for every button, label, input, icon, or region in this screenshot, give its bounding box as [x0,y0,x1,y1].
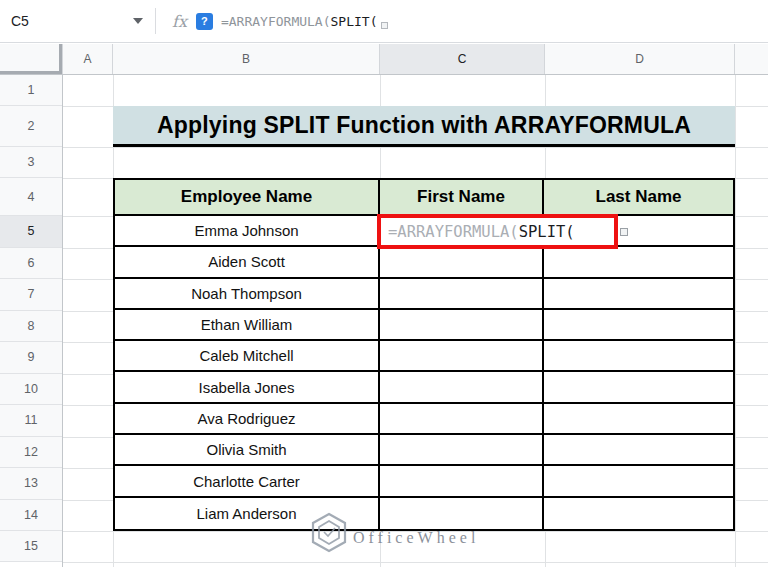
cell-employee-name[interactable]: Emma Johnson [115,216,380,247]
row-header-12[interactable]: 12 [0,437,62,469]
page-title: Applying SPLIT Function with ARRAYFORMUL… [157,112,691,139]
cell-empty[interactable] [380,247,544,278]
cell-empty[interactable] [544,404,733,435]
header-first-name[interactable]: First Name [380,180,544,216]
column-header-d[interactable]: D [545,44,735,74]
text-cursor-icon [381,22,388,29]
watermark: OfficeWheel [309,511,479,555]
row-header-1[interactable]: 1 [0,75,62,106]
cell-empty[interactable] [380,372,544,403]
formula-input[interactable]: =ARRAYFORMULA( SPLIT( [221,14,388,29]
cell-formula-dim-part: =ARRAYFORMULA( [388,223,519,241]
title-banner-cell[interactable]: Applying SPLIT Function with ARRAYFORMUL… [113,106,735,147]
cell-employee-name[interactable]: Ethan William [115,310,380,341]
gridline [63,147,768,148]
column-header-b[interactable]: B [113,44,380,74]
cell-employee-name[interactable]: Aiden Scott [115,247,380,278]
row-header-bar: 1 2 3 4 5 6 7 8 9 10 11 12 13 14 15 [0,75,63,567]
cell-empty[interactable] [380,435,544,466]
cell-employee-name[interactable]: Ava Rodriguez [115,404,380,435]
row-header-9[interactable]: 9 [0,342,62,374]
cell-employee-name[interactable]: Isabella Jones [115,372,380,403]
gridline [735,75,736,567]
cell-empty[interactable] [544,341,733,372]
watermark-text: OfficeWheel [353,529,479,547]
formula-bar-divider [155,8,156,34]
formula-active-part: SPLIT( [331,14,378,29]
cell-empty[interactable] [544,435,733,466]
formula-help-icon[interactable]: ? [196,13,213,30]
cell-empty[interactable] [544,279,733,310]
cell-employee-name[interactable]: Olivia Smith [115,435,380,466]
text-cursor-icon [620,228,628,236]
row-header-4[interactable]: 4 [0,178,62,216]
gridline [63,562,768,563]
row-header-15[interactable]: 15 [0,531,62,562]
cell-empty[interactable] [380,341,544,372]
formula-dim-part: =ARRAYFORMULA( [221,14,331,29]
cell-empty[interactable] [544,466,733,497]
cell-employee-name[interactable]: Charlotte Carter [115,466,380,497]
formula-bar: C5 fx ? =ARRAYFORMULA( SPLIT( [0,0,768,43]
cell-empty[interactable] [380,310,544,341]
row-header-8[interactable]: 8 [0,311,62,343]
cell-empty[interactable] [544,498,733,529]
name-box-dropdown-icon[interactable] [133,18,143,24]
active-cell-reference: C5 [11,13,29,29]
row-header-6[interactable]: 6 [0,248,62,280]
cell-formula-active-part: SPLIT( [519,223,575,241]
cell-empty[interactable] [544,247,733,278]
select-all-corner[interactable] [0,44,63,74]
cell-employee-name[interactable]: Noah Thompson [115,279,380,310]
header-last-name[interactable]: Last Name [544,180,733,216]
cell-empty[interactable] [380,466,544,497]
row-header-13[interactable]: 13 [0,468,62,500]
name-box[interactable]: C5 [0,0,155,42]
header-employee-name[interactable]: Employee Name [115,180,380,216]
column-header-c[interactable]: C [380,44,545,74]
row-header-7[interactable]: 7 [0,279,62,311]
column-header-bar: A B C D [0,44,768,75]
cell-empty[interactable] [544,372,733,403]
cell-empty[interactable] [380,279,544,310]
row-header-2[interactable]: 2 [0,106,62,147]
row-header-14[interactable]: 14 [0,500,62,532]
row-header-10[interactable]: 10 [0,374,62,406]
row-header-11[interactable]: 11 [0,405,62,437]
row-header-5[interactable]: 5 [0,216,62,248]
cell-employee-name[interactable]: Caleb Mitchell [115,341,380,372]
fx-icon: fx [172,12,187,31]
cell-editor-c5[interactable]: =ARRAYFORMULA( SPLIT( [377,214,618,249]
spreadsheet-app: C5 fx ? =ARRAYFORMULA( SPLIT( A B C D 1 … [0,0,768,567]
column-header-a[interactable]: A [63,44,113,74]
officewheel-logo-icon [309,511,349,555]
row-header-3[interactable]: 3 [0,147,62,178]
cell-empty[interactable] [380,404,544,435]
sheet-grid[interactable]: Applying SPLIT Function with ARRAYFORMUL… [63,75,768,567]
cell-empty[interactable] [544,310,733,341]
column-header-e[interactable] [735,44,768,74]
